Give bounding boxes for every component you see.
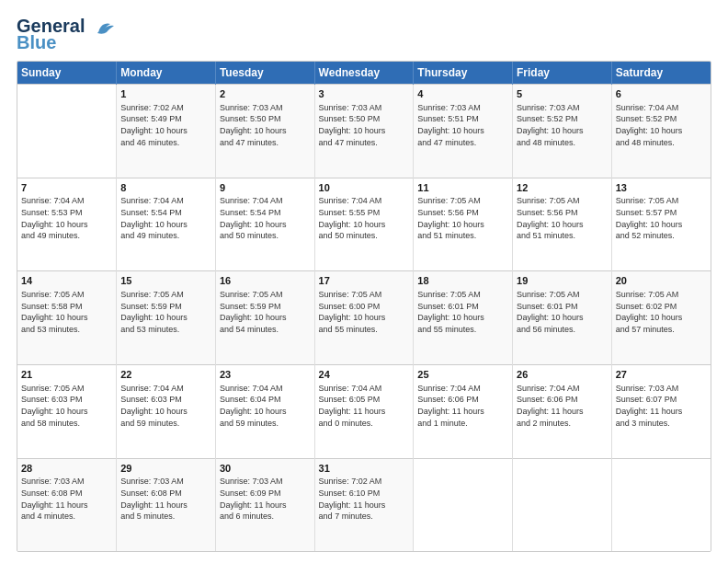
day-cell: 18Sunrise: 7:05 AM Sunset: 6:01 PM Dayli… [414, 271, 513, 365]
day-cell: 31Sunrise: 7:02 AM Sunset: 6:10 PM Dayli… [314, 458, 414, 551]
day-number: 26 [517, 368, 608, 382]
col-header-tuesday: Tuesday [215, 62, 314, 85]
day-cell: 12Sunrise: 7:05 AM Sunset: 5:56 PM Dayli… [513, 178, 612, 271]
day-number: 13 [616, 181, 707, 195]
day-number: 3 [319, 87, 410, 101]
day-info: Sunrise: 7:05 AM Sunset: 5:56 PM Dayligh… [517, 195, 608, 241]
col-header-saturday: Saturday [611, 62, 711, 85]
day-cell: 29Sunrise: 7:03 AM Sunset: 6:08 PM Dayli… [117, 458, 216, 551]
day-cell: 6Sunrise: 7:04 AM Sunset: 5:52 PM Daylig… [611, 85, 711, 178]
day-info: Sunrise: 7:05 AM Sunset: 6:01 PM Dayligh… [417, 289, 508, 335]
week-row-5: 28Sunrise: 7:03 AM Sunset: 6:08 PM Dayli… [17, 458, 711, 551]
day-cell: 19Sunrise: 7:05 AM Sunset: 6:01 PM Dayli… [513, 271, 612, 365]
col-header-thursday: Thursday [414, 62, 513, 85]
calendar-header: SundayMondayTuesdayWednesdayThursdayFrid… [17, 62, 711, 85]
day-number: 27 [616, 368, 707, 382]
col-header-friday: Friday [513, 62, 612, 85]
day-info: Sunrise: 7:04 AM Sunset: 6:03 PM Dayligh… [120, 383, 211, 429]
day-info: Sunrise: 7:05 AM Sunset: 5:59 PM Dayligh… [220, 289, 311, 335]
day-cell: 1Sunrise: 7:02 AM Sunset: 5:49 PM Daylig… [117, 85, 216, 178]
day-number: 29 [120, 462, 211, 476]
day-cell: 15Sunrise: 7:05 AM Sunset: 5:59 PM Dayli… [117, 271, 216, 365]
day-cell: 25Sunrise: 7:04 AM Sunset: 6:06 PM Dayli… [414, 364, 513, 458]
logo: General Blue [17, 17, 116, 52]
day-info: Sunrise: 7:05 AM Sunset: 6:03 PM Dayligh… [21, 383, 112, 429]
day-info: Sunrise: 7:04 AM Sunset: 5:54 PM Dayligh… [220, 195, 311, 241]
day-number: 20 [616, 274, 707, 288]
day-info: Sunrise: 7:03 AM Sunset: 6:08 PM Dayligh… [21, 476, 112, 522]
day-cell: 9Sunrise: 7:04 AM Sunset: 5:54 PM Daylig… [215, 178, 314, 271]
day-info: Sunrise: 7:03 AM Sunset: 6:08 PM Dayligh… [120, 476, 211, 522]
day-cell: 14Sunrise: 7:05 AM Sunset: 5:58 PM Dayli… [17, 271, 117, 365]
day-cell: 23Sunrise: 7:04 AM Sunset: 6:04 PM Dayli… [215, 364, 314, 458]
day-cell: 20Sunrise: 7:05 AM Sunset: 6:02 PM Dayli… [611, 271, 711, 365]
day-cell [513, 458, 612, 551]
day-cell: 13Sunrise: 7:05 AM Sunset: 5:57 PM Dayli… [611, 178, 711, 271]
day-cell: 24Sunrise: 7:04 AM Sunset: 6:05 PM Dayli… [314, 364, 414, 458]
day-number: 9 [220, 181, 311, 195]
day-cell: 17Sunrise: 7:05 AM Sunset: 6:00 PM Dayli… [314, 271, 414, 365]
day-number: 19 [517, 274, 608, 288]
day-number: 2 [220, 87, 311, 101]
page: General Blue SundayMondayTuesdayWednesda… [0, 0, 728, 563]
day-cell: 16Sunrise: 7:05 AM Sunset: 5:59 PM Dayli… [215, 271, 314, 365]
day-cell [414, 458, 513, 551]
day-number: 25 [417, 368, 508, 382]
day-number: 15 [120, 274, 211, 288]
day-cell: 21Sunrise: 7:05 AM Sunset: 6:03 PM Dayli… [17, 364, 117, 458]
day-info: Sunrise: 7:03 AM Sunset: 5:50 PM Dayligh… [319, 102, 410, 148]
header-row: SundayMondayTuesdayWednesdayThursdayFrid… [17, 62, 711, 85]
week-row-2: 7Sunrise: 7:04 AM Sunset: 5:53 PM Daylig… [17, 178, 711, 271]
day-info: Sunrise: 7:03 AM Sunset: 5:50 PM Dayligh… [220, 102, 311, 148]
day-number: 5 [517, 87, 608, 101]
day-number: 23 [220, 368, 311, 382]
day-info: Sunrise: 7:04 AM Sunset: 6:06 PM Dayligh… [417, 383, 508, 429]
day-info: Sunrise: 7:03 AM Sunset: 5:51 PM Dayligh… [417, 102, 508, 148]
day-number: 21 [21, 368, 112, 382]
day-info: Sunrise: 7:04 AM Sunset: 5:54 PM Dayligh… [120, 195, 211, 241]
day-cell: 10Sunrise: 7:04 AM Sunset: 5:55 PM Dayli… [314, 178, 414, 271]
day-number: 10 [319, 181, 410, 195]
day-info: Sunrise: 7:05 AM Sunset: 6:02 PM Dayligh… [616, 289, 707, 335]
day-info: Sunrise: 7:04 AM Sunset: 5:53 PM Dayligh… [21, 195, 112, 241]
day-info: Sunrise: 7:05 AM Sunset: 6:01 PM Dayligh… [517, 289, 608, 335]
day-number: 6 [616, 87, 707, 101]
week-row-1: 1Sunrise: 7:02 AM Sunset: 5:49 PM Daylig… [17, 85, 711, 178]
col-header-wednesday: Wednesday [314, 62, 414, 85]
logo-blue: Blue [17, 33, 85, 52]
day-cell: 2Sunrise: 7:03 AM Sunset: 5:50 PM Daylig… [215, 85, 314, 178]
day-number: 17 [319, 274, 410, 288]
day-number: 31 [319, 462, 410, 476]
day-number: 16 [220, 274, 311, 288]
day-number: 7 [21, 181, 112, 195]
day-cell: 27Sunrise: 7:03 AM Sunset: 6:07 PM Dayli… [611, 364, 711, 458]
day-number: 18 [417, 274, 508, 288]
day-info: Sunrise: 7:04 AM Sunset: 5:55 PM Dayligh… [319, 195, 410, 241]
day-cell: 8Sunrise: 7:04 AM Sunset: 5:54 PM Daylig… [117, 178, 216, 271]
day-info: Sunrise: 7:05 AM Sunset: 6:00 PM Dayligh… [319, 289, 410, 335]
day-info: Sunrise: 7:04 AM Sunset: 6:04 PM Dayligh… [220, 383, 311, 429]
day-number: 1 [120, 87, 211, 101]
day-info: Sunrise: 7:05 AM Sunset: 5:56 PM Dayligh… [417, 195, 508, 241]
day-info: Sunrise: 7:02 AM Sunset: 6:10 PM Dayligh… [319, 476, 410, 522]
day-info: Sunrise: 7:03 AM Sunset: 6:09 PM Dayligh… [220, 476, 311, 522]
calendar-body: 1Sunrise: 7:02 AM Sunset: 5:49 PM Daylig… [17, 85, 711, 552]
day-number: 28 [21, 462, 112, 476]
day-info: Sunrise: 7:03 AM Sunset: 5:52 PM Dayligh… [517, 102, 608, 148]
day-number: 22 [120, 368, 211, 382]
day-info: Sunrise: 7:05 AM Sunset: 5:57 PM Dayligh… [616, 195, 707, 241]
day-info: Sunrise: 7:03 AM Sunset: 6:07 PM Dayligh… [616, 383, 707, 429]
day-cell: 22Sunrise: 7:04 AM Sunset: 6:03 PM Dayli… [117, 364, 216, 458]
header: General Blue [17, 17, 711, 52]
day-cell: 7Sunrise: 7:04 AM Sunset: 5:53 PM Daylig… [17, 178, 117, 271]
day-cell: 4Sunrise: 7:03 AM Sunset: 5:51 PM Daylig… [414, 85, 513, 178]
day-cell: 5Sunrise: 7:03 AM Sunset: 5:52 PM Daylig… [513, 85, 612, 178]
day-number: 14 [21, 274, 112, 288]
day-info: Sunrise: 7:04 AM Sunset: 6:05 PM Dayligh… [319, 383, 410, 429]
day-number: 11 [417, 181, 508, 195]
day-number: 30 [220, 462, 311, 476]
day-number: 8 [120, 181, 211, 195]
week-row-4: 21Sunrise: 7:05 AM Sunset: 6:03 PM Dayli… [17, 364, 711, 458]
day-number: 24 [319, 368, 410, 382]
day-info: Sunrise: 7:05 AM Sunset: 5:59 PM Dayligh… [120, 289, 211, 335]
